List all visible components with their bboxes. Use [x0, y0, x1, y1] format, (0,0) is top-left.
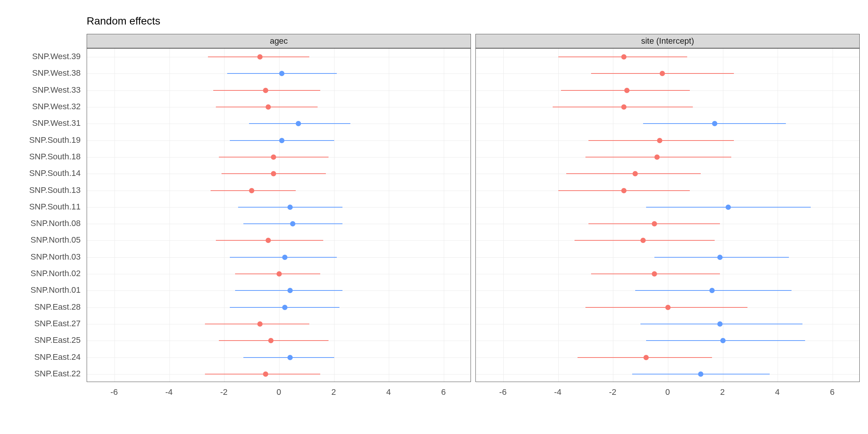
point-estimate: [268, 338, 274, 343]
point-estimate: [633, 171, 638, 176]
point-estimate: [657, 138, 662, 143]
x-tick-label: -6: [110, 387, 118, 397]
y-tick-label: SNP.South.14: [29, 168, 81, 178]
point-estimate: [621, 104, 627, 110]
point-estimate: [279, 71, 284, 76]
x-axis-agec: -6-4-20246: [87, 387, 471, 402]
point-estimate: [287, 288, 293, 293]
point-estimate: [621, 188, 627, 193]
x-tick-label: -4: [554, 387, 562, 397]
grid-line: [334, 49, 335, 382]
y-tick-label: SNP.West.39: [32, 52, 81, 61]
point-estimate: [271, 171, 276, 176]
y-tick-label: SNP.South.11: [29, 202, 81, 212]
x-tick-label: 4: [775, 387, 779, 397]
x-tick-label: -2: [220, 387, 228, 397]
point-estimate: [652, 221, 657, 226]
y-tick-label: SNP.East.22: [34, 369, 81, 379]
panel-site-intercept: [475, 48, 860, 382]
point-estimate: [257, 54, 263, 60]
grid-line: [444, 49, 444, 382]
y-tick-label: SNP.North.03: [31, 252, 81, 262]
x-tick-label: -6: [499, 387, 507, 397]
point-estimate: [726, 205, 731, 210]
y-tick-label: SNP.South.13: [29, 185, 81, 195]
point-estimate: [717, 321, 723, 327]
point-estimate: [660, 71, 665, 76]
y-tick-label: SNP.South.19: [29, 135, 81, 145]
grid-line: [778, 49, 778, 382]
y-tick-label: SNP.West.33: [32, 85, 81, 95]
y-axis-labels: SNP.West.39SNP.West.38SNP.West.33SNP.Wes…: [0, 48, 85, 382]
point-estimate: [282, 305, 287, 310]
facet-header-agec: agec: [87, 34, 471, 48]
point-estimate: [296, 121, 301, 126]
y-tick-label: SNP.North.02: [31, 269, 81, 278]
y-tick-label: SNP.South.18: [29, 152, 81, 162]
error-bar: [646, 340, 805, 341]
point-estimate: [266, 238, 271, 243]
chart-title: Random effects: [87, 15, 160, 27]
point-estimate: [621, 54, 627, 60]
point-estimate: [263, 88, 268, 93]
point-estimate: [266, 104, 271, 110]
point-estimate: [249, 188, 254, 193]
grid-line: [170, 49, 170, 382]
point-estimate: [624, 88, 630, 93]
grid-line: [833, 49, 833, 382]
x-tick-label: 4: [386, 387, 391, 397]
x-tick-label: 2: [720, 387, 725, 397]
point-estimate: [257, 321, 263, 327]
point-estimate: [652, 271, 657, 277]
grid-line: [224, 49, 225, 382]
y-tick-label: SNP.North.01: [31, 285, 81, 295]
grid-line: [389, 49, 389, 382]
point-estimate: [709, 288, 715, 293]
y-tick-label: SNP.North.08: [31, 219, 81, 228]
y-tick-label: SNP.East.25: [34, 335, 81, 345]
grid-line: [115, 49, 115, 382]
x-tick-label: -4: [165, 387, 173, 397]
x-tick-label: 0: [277, 387, 281, 397]
point-estimate: [279, 138, 284, 143]
y-tick-label: SNP.West.31: [32, 118, 81, 128]
x-axis-site-intercept: -6-4-20246: [475, 387, 860, 402]
y-tick-label: SNP.North.05: [31, 235, 81, 245]
x-tick-label: 6: [441, 387, 446, 397]
y-tick-label: SNP.West.38: [32, 68, 81, 78]
point-estimate: [643, 355, 649, 360]
facet-header-site-intercept: site (Intercept): [475, 34, 860, 48]
x-tick-label: 6: [830, 387, 834, 397]
point-estimate: [290, 221, 295, 226]
point-estimate: [654, 154, 660, 160]
point-estimate: [271, 154, 276, 160]
point-estimate: [712, 121, 717, 126]
point-estimate: [698, 371, 703, 377]
x-tick-label: 2: [332, 387, 336, 397]
y-tick-label: SNP.East.24: [34, 352, 81, 362]
facet-label: agec: [270, 36, 288, 46]
error-bar: [219, 340, 329, 341]
point-estimate: [717, 255, 723, 260]
point-estimate: [287, 355, 293, 360]
point-estimate: [720, 338, 726, 343]
point-estimate: [277, 271, 282, 277]
point-estimate: [640, 238, 646, 243]
grid-line: [558, 49, 559, 382]
x-tick-label: 0: [665, 387, 670, 397]
grid-line: [613, 49, 613, 382]
point-estimate: [282, 255, 287, 260]
grid-line: [279, 49, 280, 382]
y-tick-label: SNP.East.27: [34, 319, 81, 329]
point-estimate: [665, 305, 671, 310]
x-tick-label: -2: [609, 387, 617, 397]
point-estimate: [287, 205, 293, 210]
grid-line: [503, 49, 504, 382]
y-tick-label: SNP.West.32: [32, 102, 81, 112]
panel-agec: [87, 48, 471, 382]
grid-line: [723, 49, 723, 382]
grid-line: [668, 49, 668, 382]
facet-label: site (Intercept): [641, 36, 694, 46]
point-estimate: [263, 371, 268, 377]
y-tick-label: SNP.East.28: [34, 302, 81, 312]
